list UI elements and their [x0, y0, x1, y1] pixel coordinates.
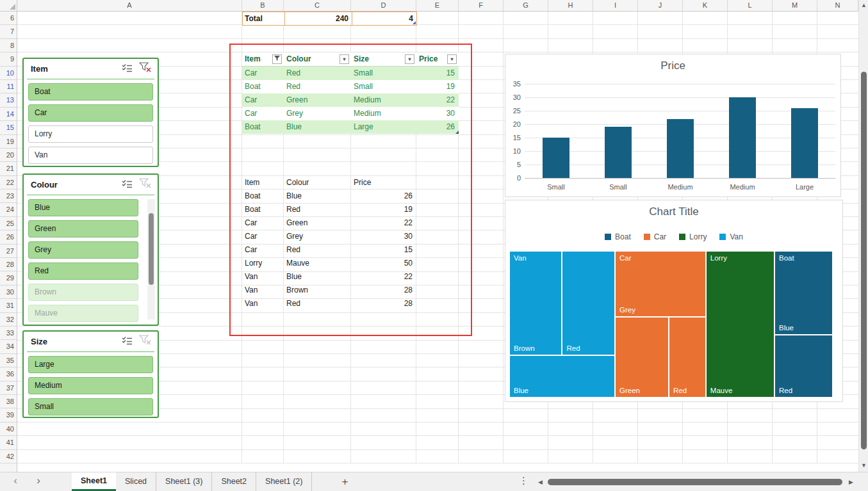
source-table-header-colour[interactable]: Colour [284, 176, 351, 189]
cell[interactable]: 30 [351, 230, 416, 243]
total-range[interactable]: Total 240 4 [242, 12, 417, 26]
horizontal-scroll-thumb[interactable] [548, 479, 842, 485]
more-options-icon[interactable]: ⋮ [519, 475, 528, 487]
cell[interactable]: Van [242, 270, 284, 284]
scroll-right-icon[interactable]: ▶ [849, 479, 853, 485]
filter-dropdown-icon[interactable]: ▾ [447, 54, 457, 64]
row-header-7[interactable]: 7 [0, 25, 17, 38]
slicer-scrollbar[interactable] [147, 199, 155, 319]
cell[interactable]: Lorry [242, 257, 284, 270]
row-header-29[interactable]: 29 [0, 271, 17, 285]
slicer-item-boat[interactable]: Boat [28, 83, 153, 101]
column-header-K[interactable]: K [683, 0, 728, 11]
cell[interactable]: Brown [284, 284, 351, 297]
cell[interactable]: Car [242, 243, 284, 257]
cell[interactable]: 22 [351, 216, 416, 230]
row-header-30[interactable]: 30 [0, 286, 17, 299]
row-header-34[interactable]: 34 [0, 340, 17, 353]
legend-item-lorry[interactable]: Lorry [679, 232, 707, 241]
row-header-10[interactable]: 10 [0, 67, 17, 80]
cell[interactable]: Grey [284, 230, 351, 243]
row-header-14[interactable]: 14 [0, 108, 17, 121]
cell[interactable]: Boat [242, 120, 284, 134]
scroll-up-icon[interactable]: ▲ [859, 2, 868, 8]
clear-filter-icon[interactable] [139, 62, 152, 76]
scroll-down-icon[interactable]: ▼ [859, 462, 868, 469]
treemap-cell-lorry-mauve[interactable]: LorryMauve [707, 252, 774, 397]
slicer-item-large[interactable]: Large [28, 356, 153, 373]
slicer-scroll-thumb[interactable] [149, 213, 154, 285]
legend-item-van[interactable]: Van [719, 232, 742, 241]
cell[interactable]: Car [242, 107, 284, 120]
cell[interactable]: Green [284, 216, 351, 230]
cell[interactable]: Red [284, 80, 351, 93]
row-header-35[interactable]: 35 [0, 354, 17, 367]
cell[interactable]: 26 [351, 189, 416, 203]
row-header-9[interactable]: 9 [0, 52, 17, 66]
sheet-tab-sliced[interactable]: Sliced [116, 472, 156, 491]
cell[interactable]: 22 [351, 270, 416, 284]
treemap-cell-car-green[interactable]: Green [616, 318, 668, 397]
slicer-item-small[interactable]: Small [28, 398, 153, 415]
cell[interactable]: 15 [416, 67, 459, 80]
row-header-13[interactable]: 13 [0, 93, 17, 107]
row-header-22[interactable]: 22 [0, 176, 17, 189]
source-table[interactable]: ItemColourPriceBoatBlue26BoatRed19CarGre… [242, 176, 416, 310]
row-header-39[interactable]: 39 [0, 408, 17, 422]
cell[interactable]: 19 [416, 80, 459, 93]
source-table-header-price[interactable]: Price [351, 176, 416, 189]
bar-small-15[interactable] [543, 138, 569, 178]
column-header-E[interactable]: E [416, 0, 459, 11]
row-header-6[interactable]: 6 [0, 12, 17, 25]
cell[interactable]: 28 [351, 297, 416, 310]
column-header-C[interactable]: C [284, 0, 351, 11]
slicer-item-mauve[interactable]: Mauve [28, 305, 138, 322]
column-header-L[interactable]: L [728, 0, 773, 11]
cell-total-count[interactable]: 4 [352, 12, 416, 25]
clear-filter-icon[interactable] [139, 178, 152, 191]
treemap-chart[interactable]: Chart Title BoatCarLorryVan VanBrownRedB… [505, 200, 843, 402]
slicer-item-lorry[interactable]: Lorry [28, 125, 153, 143]
row-header-23[interactable]: 23 [0, 189, 17, 203]
cell[interactable]: 28 [351, 284, 416, 297]
cell[interactable]: Green [284, 93, 351, 107]
row-header-11[interactable]: 11 [0, 80, 17, 93]
cell[interactable]: Blue [284, 189, 351, 203]
row-header-27[interactable]: 27 [0, 245, 17, 258]
cell[interactable]: 15 [351, 243, 416, 257]
treemap-cell-car-grey[interactable]: CarGrey [616, 252, 705, 316]
sheet-nav-left-icon[interactable]: ‹ [9, 474, 22, 487]
cell[interactable]: Blue [284, 270, 351, 284]
cell[interactable]: Large [351, 120, 416, 134]
cell[interactable]: Mauve [284, 257, 351, 270]
slicer-item-red[interactable]: Red [28, 262, 138, 280]
cell[interactable]: Small [351, 67, 416, 80]
row-header-37[interactable]: 37 [0, 382, 17, 395]
cell[interactable]: Van [242, 284, 284, 297]
filtered-table[interactable]: ItemColour▾Size▾Price▾CarRedSmall15BoatR… [242, 52, 459, 134]
column-header-N[interactable]: N [817, 0, 858, 11]
filter-dropdown-icon[interactable]: ▾ [340, 54, 349, 64]
cell[interactable]: Grey [284, 107, 351, 120]
treemap-cell-van-blue[interactable]: Blue [510, 356, 614, 397]
multi-select-icon[interactable] [122, 336, 133, 348]
column-header-M[interactable]: M [773, 0, 817, 11]
column-header-G[interactable]: G [504, 0, 548, 11]
row-header-19[interactable]: 19 [0, 135, 17, 149]
cell[interactable]: 50 [351, 257, 416, 270]
row-header-40[interactable]: 40 [0, 423, 17, 436]
row-header-26[interactable]: 26 [0, 230, 17, 244]
cell[interactable]: Boat [242, 189, 284, 203]
row-header-20[interactable]: 20 [0, 149, 17, 162]
bar-large-26[interactable] [791, 108, 818, 178]
sheet-nav-right-icon[interactable]: › [32, 474, 45, 487]
sheet-tab-sheet1[interactable]: Sheet1 [72, 472, 116, 491]
cell[interactable]: Medium [351, 107, 416, 120]
treemap-cell-boat-blue[interactable]: BoatBlue [775, 252, 832, 334]
slicer-item-car[interactable]: Car [28, 104, 153, 122]
row-header-38[interactable]: 38 [0, 395, 17, 408]
row-header-8[interactable]: 8 [0, 39, 17, 52]
multi-select-icon[interactable] [122, 63, 133, 75]
sheet-tab-sheet1-3[interactable]: Sheet1 (3) [156, 472, 212, 491]
row-header-41[interactable]: 41 [0, 436, 17, 449]
